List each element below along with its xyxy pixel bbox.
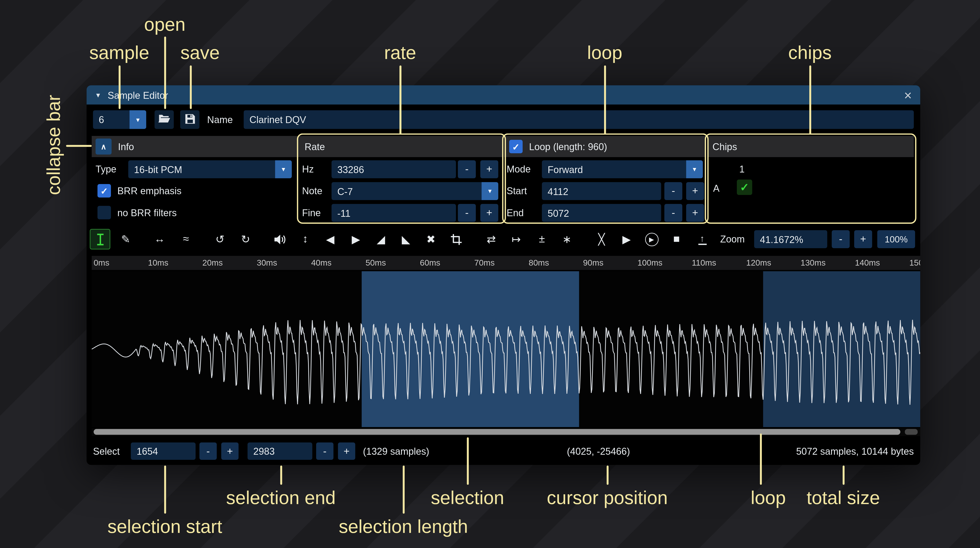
annotation-selection-line <box>466 437 468 485</box>
annotation-loop-marker-line <box>759 433 762 485</box>
invert-icon[interactable]: ▶ <box>346 229 366 250</box>
close-icon[interactable]: × <box>904 88 912 102</box>
scrollbar-thumb[interactable] <box>94 429 900 435</box>
filter-icon[interactable]: ∗ <box>557 229 577 250</box>
type-value: 16-bit PCM <box>128 160 275 178</box>
zoom-out-button[interactable]: - <box>832 230 850 249</box>
annotation-loop: loop <box>587 42 622 64</box>
ruler-tick: 130ms <box>800 258 826 267</box>
open-button[interactable] <box>154 110 174 129</box>
flip-icon[interactable]: ⇄ <box>481 229 501 250</box>
annotation-chips-box <box>705 134 916 224</box>
selection-start-increase-button[interactable]: + <box>221 443 239 460</box>
annotation-total-size: total size <box>807 487 880 508</box>
selection-length-text: (1329 samples) <box>363 440 429 463</box>
info-header: Info <box>118 141 134 152</box>
zoom-reset-button[interactable]: 100% <box>877 230 915 249</box>
info-header-bar: ∧ Info <box>92 136 299 157</box>
annotation-collapse-bar-line <box>66 145 92 147</box>
ruler-tick: 30ms <box>257 258 277 267</box>
insert-silence-icon[interactable]: ↦ <box>506 229 527 250</box>
annotation-open: open <box>144 14 185 35</box>
sign-change-icon[interactable]: ± <box>531 229 552 250</box>
annotation-selection-start: selection start <box>107 516 222 537</box>
waveform-scrollbar[interactable] <box>92 429 920 436</box>
info-panel: ∧ Info Type 16-bit PCM ▼ ✓ BRR emphasis … <box>92 136 299 223</box>
zoom-label: Zoom <box>720 229 745 250</box>
zoom-input[interactable]: 41.1672% <box>754 230 827 249</box>
upload-icon[interactable]: ↑ <box>692 229 713 250</box>
fade-out-icon[interactable]: ◣ <box>396 229 416 250</box>
preview-loop-icon[interactable]: ▶ <box>641 229 662 250</box>
trim-icon[interactable] <box>446 229 466 250</box>
cursor-position-text: (4025, -25466) <box>567 440 630 463</box>
select-label: Select <box>93 440 119 463</box>
crossfade-icon[interactable]: ╳ <box>591 229 612 250</box>
ruler-tick: 70ms <box>474 258 495 267</box>
amplify-icon[interactable] <box>269 229 290 250</box>
floppy-save-icon <box>185 113 196 126</box>
selection-start-input[interactable]: 1654 <box>131 443 196 460</box>
check-icon: ✓ <box>100 186 108 196</box>
annotated-screenshot: ▼ Sample Editor × 6 ▼ Name Clarinet DQV … <box>0 0 980 548</box>
resize-icon[interactable]: ↔ <box>150 229 170 250</box>
no-brr-filters-label: no BRR filters <box>118 204 177 222</box>
annotation-selection-end: selection end <box>226 487 336 508</box>
ruler-tick: 10ms <box>148 258 169 267</box>
annotation-total-size-line <box>842 465 844 485</box>
annotation-sample: sample <box>89 42 150 64</box>
type-select[interactable]: 16-bit PCM ▼ <box>128 160 292 178</box>
chevron-up-icon: ∧ <box>101 142 107 151</box>
ruler-tick: 120ms <box>746 258 771 267</box>
selection-end-increase-button[interactable]: + <box>338 443 355 460</box>
collapse-bar-button[interactable]: ∧ <box>95 139 111 155</box>
annotation-selection-end-line <box>280 465 282 485</box>
selection-end-decrease-button[interactable]: - <box>316 443 333 460</box>
annotation-loop-marker: loop <box>751 487 786 508</box>
redo-icon[interactable]: ↻ <box>235 229 256 250</box>
chevron-down-icon: ▼ <box>130 110 146 129</box>
annotation-selection-length-line <box>402 465 404 513</box>
annotation-sample-line <box>118 65 120 109</box>
waveform-view[interactable] <box>92 271 920 427</box>
name-input[interactable]: Clarinet DQV <box>243 110 914 129</box>
undo-icon[interactable]: ↺ <box>210 229 230 250</box>
titlebar[interactable]: ▼ Sample Editor × <box>87 85 920 105</box>
brr-emphasis-checkbox[interactable]: ✓ <box>97 184 111 198</box>
window-collapse-icon[interactable]: ▼ <box>95 91 101 99</box>
selection-start-decrease-button[interactable]: - <box>199 443 217 460</box>
ruler-tick: 100ms <box>637 258 662 267</box>
annotation-save: save <box>180 42 220 64</box>
annotation-open-line <box>164 37 166 109</box>
sample-number-select[interactable]: 6 ▼ <box>93 110 146 129</box>
no-brr-filters-checkbox[interactable] <box>97 206 111 219</box>
fade-in-icon[interactable]: ◢ <box>371 229 391 250</box>
ruler-tick: 50ms <box>366 258 386 267</box>
selection-end-input[interactable]: 2983 <box>248 443 312 460</box>
ruler-tick: 90ms <box>583 258 603 267</box>
preview-icon[interactable]: ▶ <box>616 229 637 250</box>
stop-icon[interactable]: ■ <box>666 229 687 250</box>
annotation-cursor-position-line <box>606 465 608 485</box>
zoom-in-button[interactable]: + <box>854 230 872 249</box>
annotation-selection: selection <box>431 487 504 508</box>
chevron-down-icon: ▼ <box>275 160 292 178</box>
annotation-selection-length: selection length <box>339 516 468 537</box>
annotation-cursor-position: cursor position <box>547 487 668 508</box>
normalize-icon[interactable]: ↕ <box>295 229 315 250</box>
draw-icon[interactable]: ✎ <box>115 229 136 250</box>
time-ruler[interactable]: 0ms10ms20ms30ms40ms50ms60ms70ms80ms90ms1… <box>92 256 920 270</box>
sample-number-value: 6 <box>93 110 129 129</box>
annotation-save-line <box>189 65 191 109</box>
sample-toolbar: Zoom 41.1672% - + 100% ✎↔≈↺↻↕◀▶◢◣✖⇄↦±∗╳▶… <box>87 229 920 250</box>
reverse-icon[interactable]: ◀ <box>320 229 340 250</box>
edit-mode-icon[interactable] <box>90 229 110 250</box>
delete-icon[interactable]: ✖ <box>421 229 441 250</box>
annotation-rate: rate <box>384 42 416 64</box>
type-label: Type <box>95 160 116 178</box>
brr-emphasis-label: BRR emphasis <box>118 182 181 200</box>
save-button[interactable] <box>180 110 199 129</box>
ruler-tick: 150 <box>909 258 920 267</box>
resample-icon[interactable]: ≈ <box>176 229 196 250</box>
ruler-tick: 110ms <box>692 258 716 267</box>
